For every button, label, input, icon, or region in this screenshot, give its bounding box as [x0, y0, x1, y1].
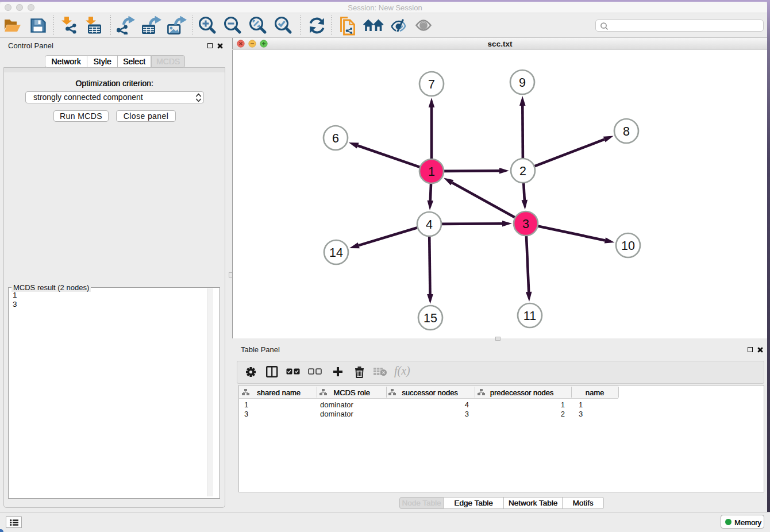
svg-text:7: 7: [428, 78, 435, 91]
svg-text:8: 8: [623, 125, 630, 138]
svg-text:15: 15: [424, 311, 437, 325]
svg-text:1: 1: [428, 165, 435, 179]
svg-text:14: 14: [329, 246, 343, 260]
svg-text:10: 10: [621, 239, 635, 253]
svg-text:9: 9: [519, 76, 526, 90]
svg-text:11: 11: [523, 309, 536, 323]
svg-text:3: 3: [522, 217, 529, 231]
svg-text:6: 6: [332, 132, 339, 145]
svg-text:2: 2: [519, 164, 526, 178]
svg-text:4: 4: [426, 218, 433, 232]
